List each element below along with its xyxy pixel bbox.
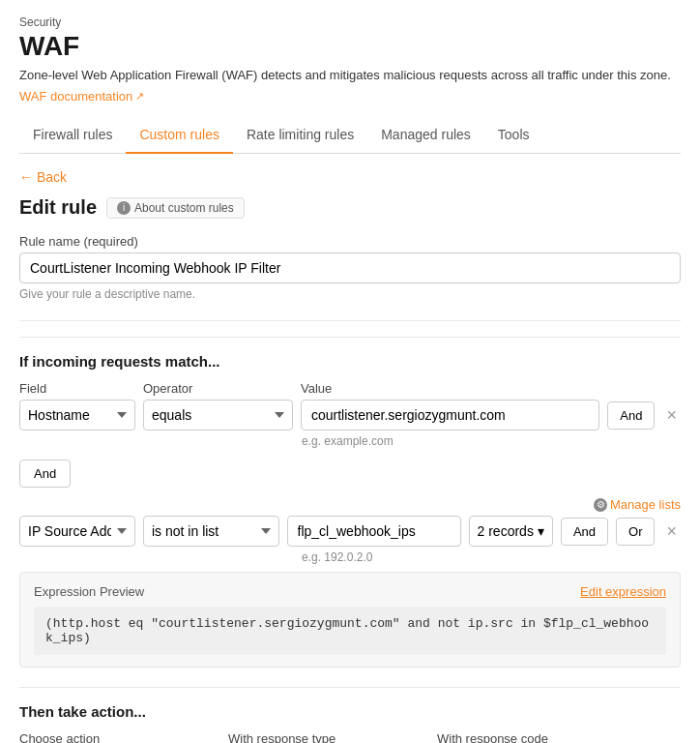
expression-preview: Expression Preview Edit expression (http…: [19, 572, 681, 668]
about-custom-rules-button[interactable]: i About custom rules: [106, 197, 245, 219]
page-title: WAF: [19, 31, 681, 62]
remove-condition-1[interactable]: ×: [662, 403, 681, 428]
tab-managed[interactable]: Managed rules: [367, 117, 484, 154]
condition-row-1: Hostname IP Source Address URI equals do…: [19, 400, 681, 431]
or-button-2[interactable]: Or: [616, 518, 655, 546]
tab-rate[interactable]: Rate limiting rules: [233, 117, 367, 154]
and-button-2[interactable]: And: [561, 518, 608, 546]
condition-row-2: IP Source Add... Hostname URI is not in …: [19, 516, 681, 547]
operator-select-1[interactable]: equals does not equal contains is not in…: [143, 400, 293, 431]
expression-title: Expression Preview: [34, 584, 144, 599]
remove-condition-2[interactable]: ×: [662, 520, 681, 544]
about-label: About custom rules: [134, 201, 234, 215]
tab-tools[interactable]: Tools: [484, 117, 543, 154]
response-code-label: With response code: [437, 731, 553, 743]
info-icon: i: [117, 201, 131, 215]
value-input-2[interactable]: [287, 516, 461, 547]
response-type-label: With response type: [228, 731, 422, 743]
choose-action-label: Choose action: [19, 731, 213, 743]
field-select-2[interactable]: IP Source Add... Hostname URI: [19, 516, 135, 547]
field-select-1[interactable]: Hostname IP Source Address URI: [19, 400, 135, 431]
edit-expression-link[interactable]: Edit expression: [580, 584, 666, 599]
manage-lists-link[interactable]: ⚙ Manage lists: [594, 497, 681, 512]
rule-name-label: Rule name (required): [19, 234, 681, 249]
operator-select-2[interactable]: is not in list is in list equals: [143, 516, 279, 547]
rule-name-input[interactable]: [19, 253, 681, 283]
doc-link[interactable]: WAF documentation ↗: [19, 89, 144, 104]
doc-link-text: WAF documentation: [19, 89, 132, 104]
external-link-icon: ↗: [135, 90, 144, 103]
rule-name-hint: Give your rule a descriptive name.: [19, 287, 681, 301]
condition-2-hint: e.g. 192.0.2.0: [302, 550, 681, 564]
condition-1-hint: e.g. example.com: [302, 434, 681, 448]
edit-rule-title: Edit rule: [19, 196, 97, 219]
field-header-value: Value: [301, 381, 681, 396]
tabs-bar: Firewall rules Custom rules Rate limitin…: [19, 117, 681, 154]
records-select[interactable]: 2 records ▾: [469, 516, 553, 547]
action-section-title: Then take action...: [19, 703, 681, 720]
incoming-section-title: If incoming requests match...: [19, 353, 681, 370]
section-label: Security: [19, 15, 681, 29]
and-button-1[interactable]: And: [607, 401, 655, 430]
tab-firewall[interactable]: Firewall rules: [19, 117, 126, 154]
back-link[interactable]: ← Back: [19, 169, 67, 185]
records-count: 2 records: [478, 523, 534, 539]
manage-lists-text: Manage lists: [610, 497, 681, 512]
field-header-field: Field: [19, 381, 135, 396]
manage-lists-icon: ⚙: [594, 498, 607, 512]
expression-code: (http.host eq "courtlistener.sergiozygmu…: [34, 607, 666, 655]
value-input-1[interactable]: [301, 400, 599, 431]
chevron-down-icon: ▾: [538, 523, 544, 539]
add-and-condition[interactable]: And: [19, 460, 71, 488]
field-header-operator: Operator: [143, 381, 293, 396]
tab-custom[interactable]: Custom rules: [126, 117, 232, 154]
page-description: Zone-level Web Application Firewall (WAF…: [19, 68, 681, 82]
